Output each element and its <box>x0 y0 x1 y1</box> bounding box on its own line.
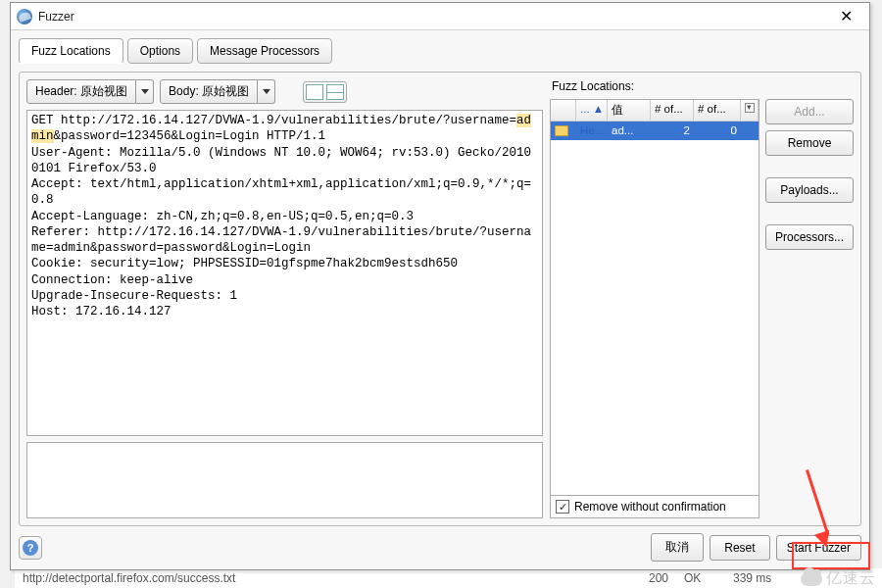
header-view-dropdown[interactable] <box>136 79 154 104</box>
processors-button[interactable]: Processors... <box>765 224 854 250</box>
app-icon <box>17 9 32 24</box>
window-title: Fuzzer <box>38 10 828 24</box>
header-view-combo[interactable]: Header: 原始视图 <box>26 79 154 104</box>
response-placeholder[interactable] <box>26 442 543 518</box>
col-n1[interactable]: # of... <box>651 100 694 121</box>
body-view-label[interactable]: Body: 原始视图 <box>160 79 258 104</box>
col-sort: ... ▲ <box>576 100 608 121</box>
tab-message-processors[interactable]: Message Processors <box>197 38 332 64</box>
col-n2[interactable]: # of... <box>694 100 741 121</box>
remove-confirm-row[interactable]: ✓ Remove without confirmation <box>550 496 760 518</box>
fuzz-locations-table[interactable]: ... ▲ 值 # of... # of... He... ad. <box>550 99 760 496</box>
tab-bar: Fuzz Locations Options Message Processor… <box>19 38 861 64</box>
payloads-button[interactable]: Payloads... <box>765 177 854 203</box>
bg-status: 200 <box>617 571 676 585</box>
chevron-down-icon <box>263 89 270 94</box>
dialog-footer: ? 取消 Reset Start Fuzzer <box>19 526 861 562</box>
add-button[interactable]: Add... <box>765 99 854 124</box>
table-row[interactable]: He... ad... 2 0 <box>551 122 759 140</box>
content-frame: Header: 原始视图 Body: 原始视图 GET http://172.1… <box>19 72 861 526</box>
close-button[interactable]: ✕ <box>828 3 863 30</box>
remove-confirm-label: Remove without confirmation <box>574 500 726 514</box>
col-value[interactable]: 值 <box>608 100 651 121</box>
tab-options[interactable]: Options <box>127 38 193 64</box>
table-header[interactable]: ... ▲ 值 # of... # of... <box>551 100 759 122</box>
help-icon: ? <box>23 540 38 556</box>
fuzz-locations-label: Fuzz Locations: <box>550 79 854 93</box>
body-view-combo[interactable]: Body: 原始视图 <box>160 79 275 104</box>
layout-split-button[interactable] <box>326 84 344 100</box>
col-menu[interactable] <box>741 100 759 121</box>
reset-button[interactable]: Reset <box>710 535 769 561</box>
cancel-button[interactable]: 取消 <box>651 533 704 562</box>
chevron-down-icon <box>141 89 149 94</box>
layout-single-button[interactable] <box>306 84 323 100</box>
remove-confirm-checkbox[interactable]: ✓ <box>556 500 569 514</box>
header-view-label[interactable]: Header: 原始视图 <box>26 79 136 104</box>
side-buttons: Add... Remove Payloads... Processors... <box>765 99 854 518</box>
bg-reason: OK <box>676 571 725 585</box>
request-editor[interactable]: GET http://172.16.14.127/DVWA-1.9/vulner… <box>26 110 543 436</box>
start-fuzzer-button[interactable]: Start Fuzzer <box>776 535 861 561</box>
bg-url: http://detectportal.firefox.com/success.… <box>15 571 617 585</box>
folder-icon <box>555 125 568 136</box>
remove-button[interactable]: Remove <box>765 130 854 156</box>
body-view-dropdown[interactable] <box>258 79 275 104</box>
help-button[interactable]: ? <box>19 536 42 560</box>
tab-fuzz-locations[interactable]: Fuzz Locations <box>19 38 123 64</box>
background-table-row: http://detectportal.firefox.com/success.… <box>15 568 882 588</box>
fuzzer-dialog: Fuzzer ✕ Fuzz Locations Options Message … <box>10 2 870 570</box>
bg-time: 339 ms <box>725 571 882 585</box>
view-toolbar: Header: 原始视图 Body: 原始视图 <box>26 79 543 104</box>
titlebar: Fuzzer ✕ <box>11 3 869 30</box>
layout-buttons <box>303 81 347 103</box>
